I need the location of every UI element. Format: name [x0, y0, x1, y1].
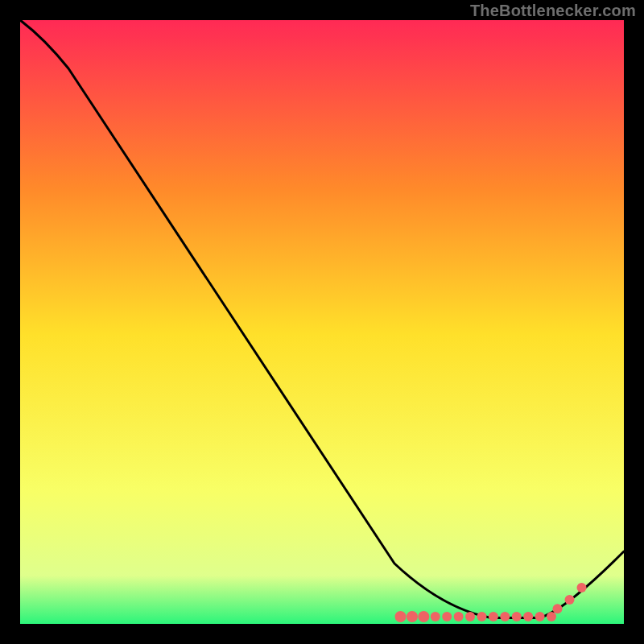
data-marker [489, 612, 498, 621]
chart-plot-area [20, 20, 624, 624]
data-marker [577, 583, 587, 592]
chart-svg [20, 20, 624, 624]
data-marker [477, 612, 486, 621]
data-marker [454, 612, 464, 621]
data-marker [418, 611, 429, 622]
watermark-text: TheBottlenecker.com [470, 2, 636, 20]
data-marker [535, 612, 545, 621]
chart-stage: TheBottlenecker.com [0, 0, 644, 644]
gradient-background [20, 20, 624, 624]
data-marker [465, 612, 475, 621]
data-marker [395, 611, 407, 622]
data-marker [565, 595, 575, 605]
data-marker [547, 612, 556, 621]
data-marker [431, 612, 440, 621]
data-marker [512, 612, 522, 621]
data-marker [500, 612, 510, 621]
data-marker [407, 611, 418, 622]
data-marker [553, 604, 563, 613]
data-marker [523, 612, 533, 621]
data-marker [442, 612, 452, 621]
